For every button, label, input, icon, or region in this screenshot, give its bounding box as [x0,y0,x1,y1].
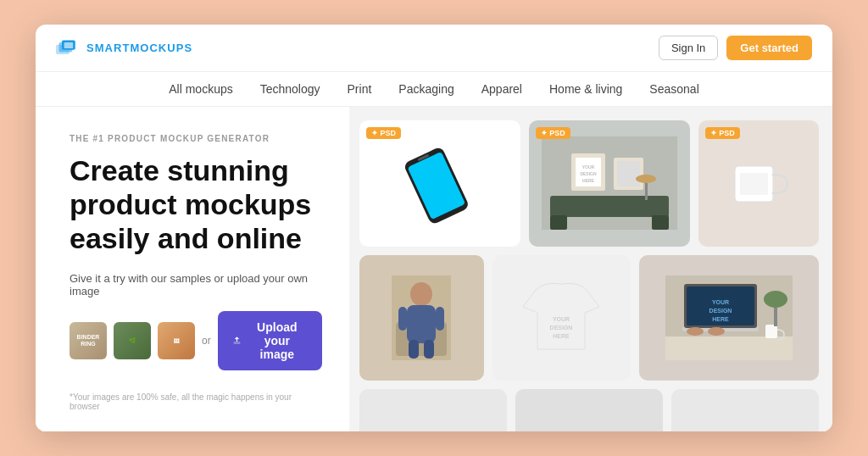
svg-text:DESIGN: DESIGN [580,171,597,176]
svg-rect-35 [665,336,793,360]
svg-text:DESIGN: DESIGN [709,308,732,314]
mockup-card-mug[interactable]: ✦ PSD [698,120,819,247]
svg-rect-11 [652,215,669,230]
hero-subtitle: Give it a try with our samples or upload… [70,272,322,298]
mockup-row-2: YOUR DESIGN HERE [359,255,819,381]
mockup-row-1: ✦ PSD ✦ PSD [359,120,819,247]
bottom-card-1[interactable] [359,389,507,431]
mockup-card-phone[interactable]: ✦ PSD [359,120,520,247]
svg-text:DESIGN: DESIGN [550,325,573,331]
svg-point-25 [410,282,432,306]
subnav-item-all-mockups[interactable]: All mockups [169,82,232,96]
navbar: SMARTMOCKUPS Sign In Get started [36,25,832,72]
mug-svg [725,149,793,217]
subnav-item-technology[interactable]: Technology [260,82,320,96]
psd-badge-interior: ✦ PSD [536,127,570,139]
svg-point-42 [687,327,704,336]
subnav-item-apparel[interactable]: Apparel [481,82,522,96]
subnav: All mockups Technology Print Packaging A… [36,72,832,107]
person-svg [392,275,451,360]
bottom-card-3[interactable] [671,389,819,431]
svg-rect-30 [424,340,434,359]
upload-icon [233,334,241,348]
subnav-item-packaging[interactable]: Packaging [398,82,453,96]
subnav-item-home-living[interactable]: Home & living [549,82,622,96]
svg-point-38 [764,291,787,308]
laptop-svg: YOUR DESIGN HERE [665,275,793,360]
svg-rect-9 [550,196,669,217]
svg-rect-28 [436,307,444,331]
interior-svg: YOUR DESIGN HERE [542,136,677,230]
hero-eyebrow: THE #1 PRODUCT MOCKUP GENERATOR [70,134,322,143]
logo-link[interactable]: SMARTMOCKUPS [56,40,192,57]
svg-rect-18 [617,161,640,186]
svg-text:HERE: HERE [712,316,729,322]
svg-text:YOUR: YOUR [581,164,594,170]
brand-name: SMARTMOCKUPS [86,42,192,54]
hero-disclaimer: *Your images are 100% safe, all the magi… [70,392,322,411]
psd-badge-phone: ✦ PSD [366,127,401,139]
mockup-grid: ✦ PSD ✦ PSD [349,107,832,431]
psd-badge-mug: ✦ PSD [705,127,740,139]
tshirt-svg: YOUR DESIGN HERE [519,277,604,358]
main-content: THE #1 PRODUCT MOCKUP GENERATOR Create s… [36,107,832,431]
svg-text:YOUR: YOUR [553,316,570,322]
subnav-item-print[interactable]: Print [348,82,372,96]
svg-text:HERE: HERE [554,333,570,339]
mockup-card-interior[interactable]: ✦ PSD YOUR DESIGN HERE [529,120,690,247]
signin-button[interactable]: Sign In [659,36,718,60]
or-text: or [202,335,211,347]
svg-rect-26 [407,305,436,343]
svg-rect-36 [765,325,777,338]
svg-point-20 [636,175,656,183]
mockup-card-tshirt[interactable]: YOUR DESIGN HERE [492,255,631,381]
subnav-item-seasonal[interactable]: Seasonal [649,82,698,96]
svg-text:YOUR: YOUR [712,299,729,305]
upload-label: Upload your image [248,320,307,361]
svg-rect-10 [550,215,567,230]
nav-actions: Sign In Get started [659,36,812,60]
svg-rect-3 [64,42,74,48]
svg-rect-4 [233,342,240,344]
svg-rect-29 [409,340,419,359]
svg-text:HERE: HERE [582,178,595,183]
bottom-row [359,389,819,431]
sample-images-row: BINDERRING 🌿 🖼 or Upload your image [70,311,322,370]
svg-rect-22 [740,173,768,195]
phone-svg [389,143,491,224]
sample-thumb-1[interactable]: BINDERRING [70,322,107,359]
bottom-card-2[interactable] [515,389,663,431]
mockup-card-laptop[interactable]: YOUR DESIGN HERE [639,255,819,381]
sample-thumb-3[interactable]: 🖼 [158,322,195,359]
hero-title: Create stunning product mockups easily a… [70,153,322,255]
getstarted-button[interactable]: Get started [726,36,812,60]
logo-icon [56,40,80,57]
upload-button[interactable]: Upload your image [218,311,322,370]
browser-window: SMARTMOCKUPS Sign In Get started All moc… [36,25,832,431]
svg-point-43 [708,327,725,336]
svg-rect-27 [398,307,407,331]
mockup-card-person[interactable] [359,255,484,381]
hero-left: THE #1 PRODUCT MOCKUP GENERATOR Create s… [36,107,349,431]
sample-thumb-2[interactable]: 🌿 [114,322,151,359]
